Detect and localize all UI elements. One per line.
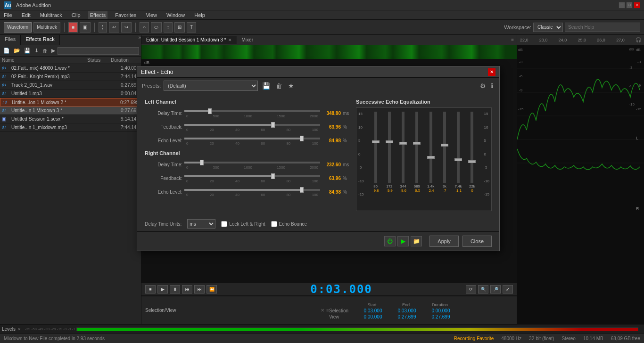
left-delay-thumb[interactable]	[208, 108, 212, 114]
file-row[interactable]: ▣ Untitled Session 1.sesx * 9:14.143	[0, 115, 141, 123]
minimize-btn[interactable]: ─	[619, 2, 625, 8]
mixer-tab[interactable]: Mixer	[237, 36, 258, 44]
toolbar-btn-9[interactable]: ⊞	[174, 22, 185, 33]
next-btn[interactable]: ⏭	[194, 285, 205, 294]
echo-bounce-checkbox[interactable]	[271, 221, 277, 227]
settings-icon[interactable]: ⚙	[479, 82, 487, 90]
menu-effects[interactable]: Effects	[88, 11, 107, 19]
play-btn[interactable]: ▶	[50, 47, 57, 54]
files-tab[interactable]: Files	[0, 35, 21, 45]
toolbar-btn-1[interactable]: ■	[68, 22, 78, 33]
play-preview-btn[interactable]: ▶	[397, 236, 409, 246]
left-feedback-slider-wrap[interactable]: 020406080100	[184, 122, 320, 132]
maximize-btn[interactable]: □	[626, 2, 633, 8]
toolbar-btn-2[interactable]: ▣	[80, 22, 91, 33]
prev-btn[interactable]: ⏮	[182, 285, 192, 294]
file-row[interactable]: ♯♯ Track 2_001_1.wav 0:27.699	[0, 81, 141, 90]
left-feedback-thumb[interactable]	[271, 122, 275, 128]
power-btn[interactable]: ⏻	[384, 236, 396, 246]
toolbar-btn-4[interactable]: ↩	[109, 22, 119, 33]
effects-rack-tab[interactable]: Effects Rack	[21, 35, 60, 45]
toolbar-btn-7[interactable]: ⬭	[151, 22, 162, 33]
file-row-highlighted[interactable]: ♯♯ Untitle...ion 1 Mixdown 2 * 0:27.699	[0, 98, 141, 106]
eq-thumb-7k4[interactable]	[454, 158, 462, 161]
menu-multitrack[interactable]: Multitrack	[38, 11, 64, 19]
file-row[interactable]: ♯♯ Untitled 1.mp3 0:00.048	[0, 90, 141, 98]
eq-thumb-1k4[interactable]	[427, 156, 435, 159]
workspace-select[interactable]: Classic	[533, 23, 563, 32]
levels-close[interactable]: ✕	[17, 327, 21, 332]
toolbar-btn-8[interactable]: ↕	[164, 22, 173, 33]
left-delay-slider-wrap[interactable]: 0500100015002000	[184, 108, 320, 118]
dialog-close-btn[interactable]: ✕	[488, 68, 495, 76]
rewind-btn[interactable]: ⏪	[206, 285, 217, 294]
close-btn[interactable]: ✕	[634, 2, 640, 8]
delete-btn[interactable]: 🗑	[41, 48, 49, 54]
new-btn[interactable]: 📄	[2, 47, 11, 54]
eq-thumb-3k[interactable]	[441, 144, 448, 147]
eq-title: Successive Echo Equalization	[356, 99, 492, 105]
right-feedback-thumb[interactable]	[271, 173, 275, 179]
save-btn[interactable]: 💾	[23, 47, 32, 54]
eq-thumb-86[interactable]	[372, 140, 380, 143]
eq-thumb-344[interactable]	[399, 142, 407, 145]
toolbar-btn-10[interactable]: T	[187, 22, 196, 33]
lock-checkbox-label[interactable]: Lock Left & Right	[221, 221, 265, 227]
open-file-btn[interactable]: 📁	[411, 236, 422, 246]
editor-tab-close[interactable]: ✕	[228, 38, 232, 42]
import-btn[interactable]: ⬇	[33, 47, 40, 54]
loop-btn[interactable]: ⟳	[466, 285, 476, 294]
close-dialog-btn[interactable]: Close	[462, 236, 492, 247]
apply-btn[interactable]: Apply	[429, 236, 459, 247]
search-input[interactable]	[565, 23, 640, 32]
file-row-selected[interactable]: ♯♯ Untitle...n 1 Mixdown 3 * 0:27.699	[0, 106, 141, 115]
favorite-preset-btn[interactable]: ★	[287, 82, 296, 90]
zoom-in-btn[interactable]: 🔍	[478, 285, 488, 294]
menu-edit[interactable]: Edit	[20, 11, 33, 19]
menu-help[interactable]: Help	[192, 11, 207, 19]
info-icon[interactable]: ℹ	[489, 82, 495, 90]
menu-favorites[interactable]: Favorites	[113, 11, 138, 19]
echo-bounce-checkbox-label[interactable]: Echo Bounce	[271, 221, 307, 227]
toolbar-btn-3[interactable]: ⟩	[99, 22, 107, 33]
presets-select[interactable]: (Default)	[164, 81, 258, 91]
save-preset-btn[interactable]: 💾	[261, 82, 272, 90]
sel-view-close[interactable]: ✕	[321, 308, 324, 313]
waveform-btn[interactable]: Waveform	[4, 22, 32, 33]
zoom-out-btn[interactable]: 🔎	[490, 285, 501, 294]
menu-clip[interactable]: Clip	[70, 11, 83, 19]
file-row[interactable]: ♯♯ 02.Fait...mix) 48000 1.wav * 1:40.000	[0, 64, 141, 73]
lock-checkbox[interactable]	[221, 221, 227, 227]
panel-search-input[interactable]	[58, 47, 139, 55]
panel-options-btn[interactable]: ≡	[511, 37, 517, 42]
file-row[interactable]: ♯♯ Untitle...n 1_mixdown.mp3 7:44.143	[0, 123, 141, 132]
editor-tab-main[interactable]: Editor: Untitled Session 1 Mixdown 3 * ✕	[141, 36, 237, 44]
delete-preset-btn[interactable]: 🗑	[274, 82, 284, 90]
right-delay-slider-wrap[interactable]: 0500100015002000	[184, 160, 320, 170]
pause-btn[interactable]: ⏸	[170, 285, 180, 294]
right-echo-slider-wrap[interactable]: 020406080100	[184, 187, 320, 197]
headphones-btn[interactable]: 🎧	[636, 37, 641, 42]
eq-thumb-172[interactable]	[386, 140, 393, 143]
open-btn[interactable]: 📂	[12, 47, 22, 54]
play-btn[interactable]: ▶	[157, 285, 168, 294]
right-feedback-slider-wrap[interactable]: 020406080100	[184, 173, 320, 183]
toolbar-btn-5[interactable]: ↪	[121, 22, 132, 33]
left-echo-slider-wrap[interactable]: 020406080100	[184, 136, 320, 146]
menu-window[interactable]: Window	[165, 11, 187, 19]
right-echo-thumb[interactable]	[300, 187, 304, 193]
toolbar-btn-6[interactable]: ○	[140, 22, 149, 33]
file-row[interactable]: ♯♯ 02.Fait...Knight Remix).mp3 7:44.143	[0, 73, 141, 81]
eq-thumb-22k[interactable]	[468, 160, 476, 163]
file-name: Untitled Session 1.sesx *	[11, 116, 111, 122]
zoom-fit-btn[interactable]: ⤢	[503, 285, 513, 294]
menu-file[interactable]: File	[2, 11, 14, 19]
multitrack-btn[interactable]: Multitrack	[33, 22, 60, 33]
panel-collapse-btn[interactable]: »	[138, 35, 141, 45]
stop-btn[interactable]: ■	[145, 285, 156, 294]
delay-units-select[interactable]: ms samples beats	[187, 219, 215, 229]
menu-view[interactable]: View	[144, 11, 159, 19]
left-echo-thumb[interactable]	[300, 136, 304, 141]
eq-thumb-689[interactable]	[413, 142, 421, 145]
right-delay-thumb[interactable]	[200, 160, 204, 165]
